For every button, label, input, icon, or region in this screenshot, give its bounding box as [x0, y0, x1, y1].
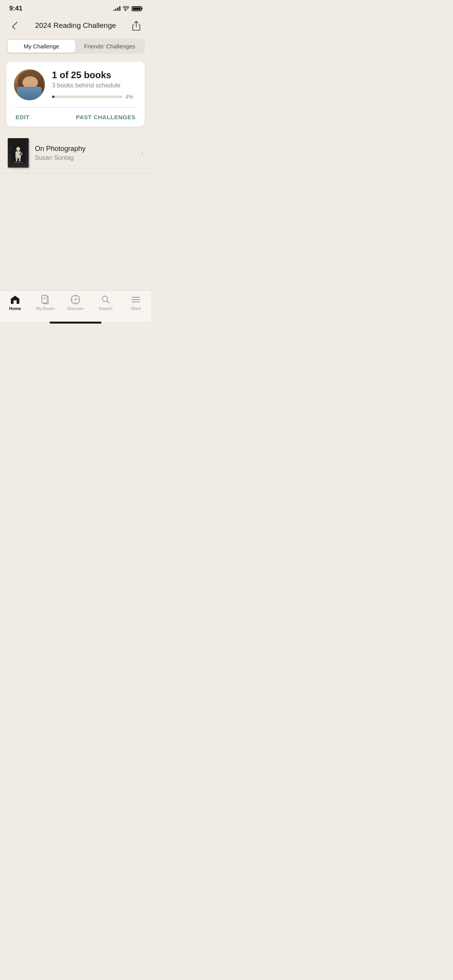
back-chevron-icon: [12, 22, 20, 29]
progress-bar-fill: [52, 96, 55, 98]
home-icon: [10, 295, 20, 305]
book-cover: [8, 138, 29, 168]
segment-tabs: My Challenge Friends' Challenges: [6, 39, 145, 54]
list-item[interactable]: On Photography Susan Sontag ›: [0, 133, 151, 173]
mybooks-icon: [40, 295, 50, 305]
progress-bar-track: [52, 96, 122, 98]
past-challenges-button[interactable]: PAST CHALLENGES: [76, 114, 136, 120]
tab-friends-challenges[interactable]: Friends' Challenges: [76, 40, 144, 53]
progress-bar: 4%: [52, 94, 137, 100]
share-icon: [132, 21, 141, 31]
home-indicator: [50, 322, 101, 324]
book-chevron-icon: ›: [141, 149, 143, 157]
status-time: 9:41: [9, 5, 22, 12]
svg-point-6: [20, 153, 21, 155]
share-button[interactable]: [129, 19, 143, 33]
edit-button[interactable]: EDIT: [15, 114, 29, 120]
header: 2024 Reading Challenge: [0, 15, 151, 39]
more-icon: [131, 295, 141, 305]
book-list: On Photography Susan Sontag ›: [0, 133, 151, 173]
content-area: [0, 173, 151, 290]
battery-icon: [132, 6, 142, 11]
book-author: Susan Sontag: [35, 154, 138, 161]
challenge-behind: 3 books behind schedule: [52, 82, 137, 89]
nav-label-more: More: [131, 306, 141, 311]
page-title: 2024 Reading Challenge: [22, 21, 129, 30]
nav-item-discover[interactable]: Discover: [64, 295, 87, 311]
wifi-icon: [123, 6, 129, 11]
book-info: On Photography Susan Sontag: [35, 145, 138, 161]
status-bar: 9:41: [0, 0, 151, 15]
bottom-nav: Home My Books Discover: [0, 290, 151, 322]
book-cover-art: [11, 142, 26, 164]
nav-label-my-books: My Books: [36, 306, 55, 311]
discover-icon: [70, 295, 81, 305]
svg-rect-4: [19, 158, 21, 161]
challenge-count: 1 of 25 books: [52, 70, 137, 81]
challenge-card-bottom: EDIT PAST CHALLENGES: [6, 108, 145, 127]
progress-percent-label: 4%: [125, 94, 137, 100]
challenge-info: 1 of 25 books 3 books behind schedule 4%: [52, 70, 137, 100]
status-icons: [113, 6, 142, 11]
search-icon: [101, 295, 111, 305]
challenge-card: 1 of 25 books 3 books behind schedule 4%…: [6, 62, 145, 127]
nav-item-more[interactable]: More: [124, 295, 148, 311]
avatar: [14, 69, 45, 100]
svg-rect-3: [16, 158, 17, 161]
back-button[interactable]: [8, 19, 22, 33]
nav-label-discover: Discover: [67, 306, 84, 311]
book-title: On Photography: [35, 145, 138, 153]
svg-point-1: [16, 147, 20, 151]
signal-bars-icon: [113, 6, 120, 11]
nav-item-home[interactable]: Home: [3, 295, 27, 311]
svg-rect-7: [13, 162, 23, 163]
nav-item-my-books[interactable]: My Books: [34, 295, 57, 311]
tab-my-challenge[interactable]: My Challenge: [7, 40, 76, 53]
svg-rect-8: [14, 300, 17, 304]
challenge-card-top: 1 of 25 books 3 books behind schedule 4%: [6, 62, 145, 107]
nav-item-search[interactable]: Search: [94, 295, 117, 311]
nav-label-home: Home: [9, 306, 21, 311]
nav-label-search: Search: [99, 306, 113, 311]
